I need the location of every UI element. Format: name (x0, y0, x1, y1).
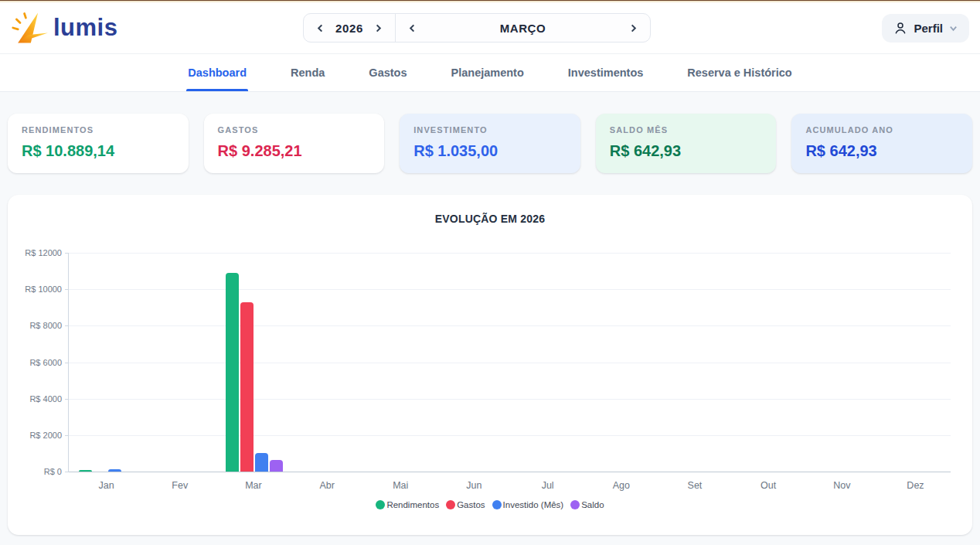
card-label: GASTOS (218, 125, 371, 135)
profile-label: Perfil (914, 22, 943, 35)
y-axis-label: R$ 4000 (29, 394, 62, 404)
year-value: 2026 (335, 22, 363, 35)
y-axis-label: R$ 12000 (25, 248, 62, 257)
y-axis-label: R$ 2000 (29, 431, 62, 440)
x-axis-label-jul: Jul (511, 480, 584, 491)
bar-group-set (658, 253, 732, 472)
bar-rendimentos-mar (226, 273, 239, 472)
y-axis-label: R$ 10000 (25, 284, 62, 294)
y-axis-label: R$ 6000 (29, 358, 62, 367)
bar-saldo-mar (270, 460, 283, 472)
y-axis-label: R$ 0 (44, 467, 62, 476)
legend-label: Rendimentos (386, 500, 439, 509)
legend-dot (492, 500, 502, 509)
sunburst-logo-icon (11, 11, 48, 45)
x-axis-label-mai: Mai (364, 480, 437, 491)
tab-reserva-e-hist-rico[interactable]: Reserva e Histórico (687, 54, 791, 91)
gridline: R$ 0 (69, 472, 951, 472)
summary-card-investimento: INVESTIMENTOR$ 1.035,00 (400, 114, 580, 173)
month-selector: MARÇO (396, 14, 650, 42)
x-axis-label-fev: Fev (143, 480, 216, 491)
legend-dot (570, 500, 580, 509)
x-axis-label-out: Out (732, 480, 805, 491)
card-value: R$ 9.285,21 (218, 142, 371, 160)
legend-label: Gastos (457, 500, 485, 509)
card-value: R$ 10.889,14 (22, 142, 175, 160)
summary-card-saldo-m-s: SALDO MÊSR$ 642,93 (596, 114, 777, 173)
prev-year-button[interactable] (316, 24, 325, 32)
card-value: R$ 1.035,00 (413, 142, 567, 160)
summary-card-acumulado-ano: ACUMULADO ANOR$ 642,93 (791, 114, 972, 173)
chart-plot-area: R$ 12000R$ 10000R$ 8000R$ 6000R$ 4000R$ … (68, 253, 951, 472)
main-content: RENDIMENTOSR$ 10.889,14GASTOSR$ 9.285,21… (0, 92, 980, 535)
tab-dashboard[interactable]: Dashboard (188, 54, 247, 91)
bars-layer (70, 253, 952, 472)
x-axis-label-jun: Jun (437, 480, 511, 491)
month-value: MARÇO (500, 22, 546, 35)
x-axis-label-set: Set (658, 480, 731, 491)
bar-group-jun (437, 253, 511, 472)
bar-rendimentos-jan (79, 470, 92, 472)
x-axis-label-abr: Abr (291, 480, 364, 491)
bar-group-mar (217, 253, 291, 472)
bar-gastos-mar (240, 302, 254, 472)
card-label: ACUMULADO ANO (805, 125, 958, 135)
summary-card-gastos: GASTOSR$ 9.285,21 (204, 114, 385, 173)
card-value: R$ 642,93 (805, 142, 958, 160)
x-axis-label-dez: Dez (879, 480, 952, 491)
legend-item-gastos[interactable]: Gastos (446, 500, 485, 509)
x-axis-label-nov: Nov (805, 480, 879, 491)
bar-group-nov (805, 253, 879, 472)
bar-group-ago (585, 253, 658, 472)
period-selector: 2026 MARÇO (303, 13, 651, 43)
legend-item-rendimentos[interactable]: Rendimentos (376, 500, 439, 509)
bar-investido-m-s--jan (108, 469, 121, 472)
summary-cards: RENDIMENTOSR$ 10.889,14GASTOSR$ 9.285,21… (8, 114, 972, 173)
next-month-button[interactable] (629, 24, 638, 32)
tab-gastos[interactable]: Gastos (369, 54, 407, 91)
x-axis-label-jan: Jan (70, 480, 143, 491)
legend-label: Saldo (581, 500, 604, 509)
card-label: SALDO MÊS (610, 125, 763, 135)
tab-investimentos[interactable]: Investimentos (568, 54, 644, 91)
legend-item-investido-m-s-[interactable]: Investido (Mês) (492, 500, 564, 509)
card-label: RENDIMENTOS (22, 125, 175, 135)
bar-group-jan (70, 253, 144, 472)
y-axis-label: R$ 8000 (29, 321, 62, 330)
nav-tabbar: DashboardRendaGastosPlanejamentoInvestim… (0, 54, 980, 92)
next-year-button[interactable] (374, 24, 383, 32)
tab-planejamento[interactable]: Planejamento (451, 54, 524, 91)
user-icon (893, 21, 907, 35)
app-header: lumis 2026 MARÇO Perfil (0, 2, 980, 54)
chart-x-axis-labels: JanFevMarAbrMaiJunJulAgoSetOutNovDez (70, 480, 952, 491)
card-value: R$ 642,93 (610, 142, 763, 160)
x-axis-label-ago: Ago (584, 480, 658, 491)
bar-group-mai (364, 253, 437, 472)
summary-card-rendimentos: RENDIMENTOSR$ 10.889,14 (8, 114, 189, 173)
bar-investido-m-s--mar (255, 453, 268, 472)
tab-renda[interactable]: Renda (291, 54, 325, 91)
prev-month-button[interactable] (408, 24, 417, 32)
chart-legend: RendimentosGastosInvestido (Mês)Saldo (8, 500, 972, 509)
profile-button[interactable]: Perfil (882, 14, 969, 43)
bar-group-out (732, 253, 805, 472)
chart-title: EVOLUÇÃO EM 2026 (8, 213, 972, 225)
legend-item-saldo[interactable]: Saldo (570, 500, 604, 509)
legend-label: Investido (Mês) (503, 500, 564, 509)
card-label: INVESTIMENTO (413, 125, 567, 135)
bar-group-abr (291, 253, 364, 472)
legend-dot (376, 500, 385, 509)
x-axis-label-mar: Mar (216, 480, 290, 491)
legend-dot (446, 500, 455, 509)
brand-name: lumis (53, 14, 117, 42)
evolution-chart-card: EVOLUÇÃO EM 2026 R$ 12000R$ 10000R$ 8000… (8, 195, 972, 535)
bar-group-fev (144, 253, 217, 472)
year-selector: 2026 (304, 14, 396, 42)
chevron-down-icon (949, 24, 958, 32)
bar-group-dez (879, 253, 952, 472)
brand-logo[interactable]: lumis (11, 11, 117, 45)
bar-group-jul (511, 253, 584, 472)
